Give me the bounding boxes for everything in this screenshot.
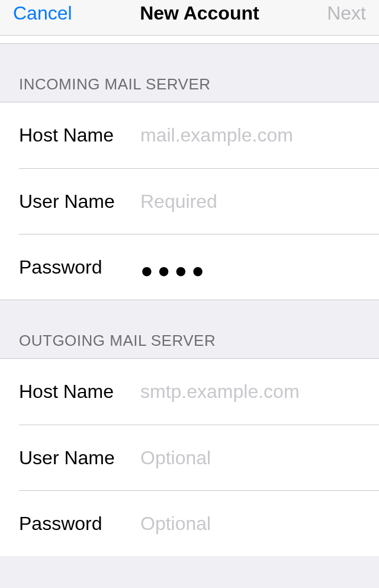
navbar: Cancel New Account Next <box>0 0 379 36</box>
page-title: New Account <box>72 2 327 24</box>
incoming-header: Incoming Mail Server <box>0 75 230 102</box>
outgoing-user-input[interactable] <box>140 447 378 469</box>
outgoing-section-gap: Outgoing Mail Server <box>0 300 379 358</box>
outgoing-host-label: Host Name <box>19 381 140 403</box>
outgoing-user-label: User Name <box>19 447 140 469</box>
next-button[interactable]: Next <box>327 2 366 24</box>
incoming-user-row[interactable]: User Name <box>19 168 379 234</box>
outgoing-password-label: Password <box>19 513 140 535</box>
incoming-user-input[interactable] <box>140 191 378 213</box>
incoming-group: Host Name User Name Password ●●●● <box>0 102 379 300</box>
incoming-host-label: Host Name <box>19 124 140 146</box>
outgoing-user-row[interactable]: User Name <box>19 425 379 490</box>
incoming-password-row[interactable]: Password ●●●● <box>19 234 379 300</box>
outgoing-host-row[interactable]: Host Name <box>0 359 379 425</box>
incoming-host-input[interactable] <box>140 124 378 146</box>
incoming-section-gap: Incoming Mail Server <box>0 44 379 102</box>
incoming-password-label: Password <box>19 256 140 278</box>
top-spacer <box>0 36 379 44</box>
outgoing-password-input[interactable] <box>140 513 378 535</box>
incoming-password-value[interactable]: ●●●● <box>140 260 208 281</box>
incoming-user-label: User Name <box>19 191 140 213</box>
incoming-host-row[interactable]: Host Name <box>0 102 379 168</box>
outgoing-password-row[interactable]: Password <box>19 490 379 556</box>
outgoing-host-input[interactable] <box>140 381 378 403</box>
outgoing-group: Host Name User Name Password <box>0 358 379 556</box>
outgoing-header: Outgoing Mail Server <box>0 332 235 358</box>
cancel-button[interactable]: Cancel <box>13 2 72 24</box>
